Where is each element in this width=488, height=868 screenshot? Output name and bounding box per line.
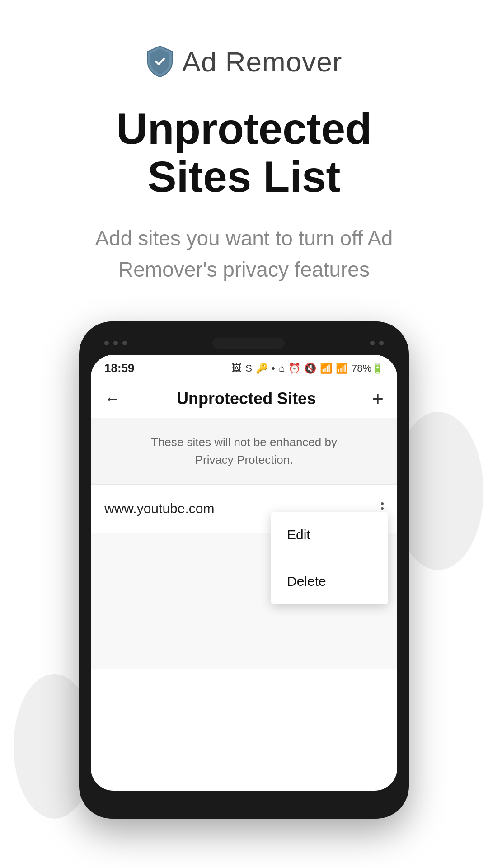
edit-option[interactable]: Edit bbox=[271, 512, 388, 558]
back-button[interactable]: ← bbox=[104, 389, 121, 408]
notification-icon: 🖼 bbox=[232, 363, 242, 374]
site-url: www.youtube.com bbox=[104, 501, 214, 516]
sound-icon: 🔇 bbox=[304, 363, 316, 374]
page-title: Unprotected Sites List bbox=[80, 105, 408, 200]
context-menu: Edit Delete bbox=[271, 512, 388, 604]
phone-dot-1 bbox=[104, 341, 109, 345]
info-banner: These sites will not be enhanced by Priv… bbox=[91, 418, 397, 485]
brand-name: Ad Remover bbox=[182, 46, 343, 78]
info-text: These sites will not be enhanced by Priv… bbox=[109, 434, 379, 469]
phone-dot-4 bbox=[370, 341, 375, 345]
phone-dot-3 bbox=[122, 341, 127, 345]
battery-indicator: 78%🔋 bbox=[352, 363, 384, 374]
status-icons: 🖼 S 🔑 • ⌂ ⏰ 🔇 📶 📶 78%🔋 bbox=[232, 363, 384, 374]
phone-dot-2 bbox=[113, 341, 118, 345]
phone-dots-right bbox=[370, 341, 384, 345]
signal-icon: 📶 bbox=[336, 363, 348, 374]
delete-option[interactable]: Delete bbox=[271, 558, 388, 604]
phone-screen: 18:59 🖼 S 🔑 • ⌂ ⏰ 🔇 📶 📶 78%🔋 bbox=[91, 355, 397, 791]
status-bar: 18:59 🖼 S 🔑 • ⌂ ⏰ 🔇 📶 📶 78%🔋 bbox=[91, 355, 397, 380]
key-icon: 🔑 bbox=[256, 363, 268, 374]
more-dot-2 bbox=[381, 507, 384, 510]
phone-mockup: 18:59 🖼 S 🔑 • ⌂ ⏰ 🔇 📶 📶 78%🔋 bbox=[41, 321, 447, 819]
status-time: 18:59 bbox=[104, 361, 135, 375]
alarm-icon: ⏰ bbox=[288, 363, 300, 374]
site-row: www.youtube.com Edit Delete bbox=[91, 485, 397, 533]
app-bar-title: Unprotected Sites bbox=[177, 389, 316, 408]
phone-speaker bbox=[212, 338, 285, 349]
subtitle: Add sites you want to turn off Ad Remove… bbox=[0, 223, 488, 285]
more-dot-1 bbox=[381, 502, 384, 505]
shield-icon bbox=[146, 45, 174, 78]
skype-icon: S bbox=[245, 363, 252, 374]
wifi-icon: 📶 bbox=[320, 363, 332, 374]
app-bar: ← Unprotected Sites + bbox=[91, 380, 397, 418]
header: Ad Remover Unprotected Sites List Add si… bbox=[0, 0, 488, 321]
home-icon: ⌂ bbox=[279, 363, 285, 374]
phone-frame: 18:59 🖼 S 🔑 • ⌂ ⏰ 🔇 📶 📶 78%🔋 bbox=[79, 321, 409, 819]
add-site-button[interactable]: + bbox=[372, 389, 384, 409]
phone-dots-left bbox=[104, 341, 127, 345]
phone-top-bar bbox=[91, 334, 397, 352]
phone-dot-5 bbox=[379, 341, 384, 345]
brand-row: Ad Remover bbox=[146, 45, 343, 78]
bullet-icon: • bbox=[272, 363, 275, 374]
